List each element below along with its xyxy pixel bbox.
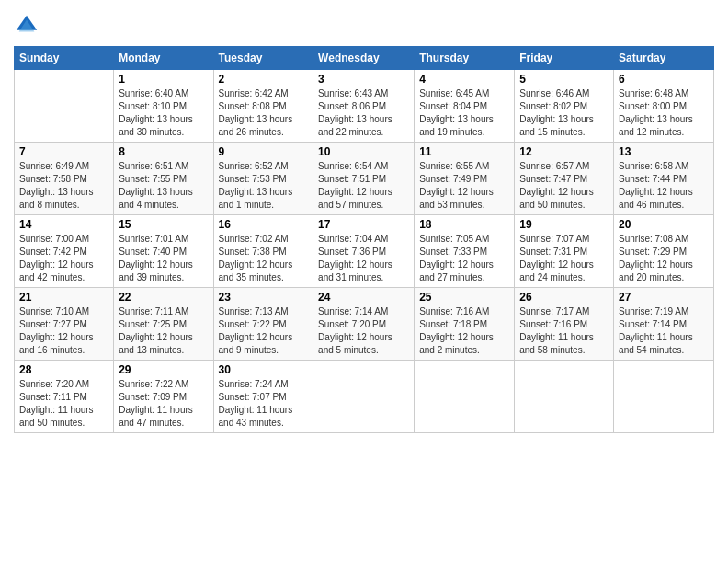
day-info: Sunrise: 7:10 AMSunset: 7:27 PMDaylight:… <box>19 305 108 357</box>
day-info: Sunrise: 7:05 AMSunset: 7:33 PMDaylight:… <box>419 233 509 284</box>
day-number: 6 <box>619 73 709 86</box>
day-number: 13 <box>619 145 709 158</box>
calendar-header-saturday: Saturday <box>614 47 714 70</box>
day-info: Sunrise: 6:58 AMSunset: 7:44 PMDaylight:… <box>619 160 709 212</box>
day-number: 17 <box>318 218 409 231</box>
calendar-cell <box>415 361 515 433</box>
day-number: 3 <box>318 73 409 86</box>
calendar-cell: 25Sunrise: 7:16 AMSunset: 7:18 PMDayligh… <box>415 288 515 361</box>
day-info: Sunrise: 6:51 AMSunset: 7:55 PMDaylight:… <box>119 160 208 212</box>
logo <box>14 13 43 39</box>
calendar-cell: 27Sunrise: 7:19 AMSunset: 7:14 PMDayligh… <box>614 288 714 361</box>
day-number: 14 <box>19 218 108 231</box>
calendar-header-thursday: Thursday <box>415 47 515 70</box>
day-number: 19 <box>519 218 609 231</box>
day-info: Sunrise: 6:40 AMSunset: 8:10 PMDaylight:… <box>119 87 208 139</box>
day-number: 5 <box>519 73 609 86</box>
day-number: 27 <box>619 291 709 304</box>
calendar-table: SundayMondayTuesdayWednesdayThursdayFrid… <box>14 46 714 433</box>
day-info: Sunrise: 7:24 AMSunset: 7:07 PMDaylight:… <box>219 378 309 430</box>
calendar-cell: 16Sunrise: 7:02 AMSunset: 7:38 PMDayligh… <box>213 215 313 288</box>
calendar-cell <box>614 361 714 433</box>
day-number: 1 <box>119 73 208 86</box>
page-container: SundayMondayTuesdayWednesdayThursdayFrid… <box>0 0 728 442</box>
calendar-cell: 13Sunrise: 6:58 AMSunset: 7:44 PMDayligh… <box>614 143 714 215</box>
day-info: Sunrise: 7:20 AMSunset: 7:11 PMDaylight:… <box>19 378 108 430</box>
day-number: 8 <box>119 145 208 158</box>
calendar-header-friday: Friday <box>515 47 614 70</box>
calendar-cell: 11Sunrise: 6:55 AMSunset: 7:49 PMDayligh… <box>415 143 515 215</box>
day-info: Sunrise: 7:14 AMSunset: 7:20 PMDaylight:… <box>318 305 409 357</box>
day-info: Sunrise: 6:57 AMSunset: 7:47 PMDaylight:… <box>519 160 609 212</box>
day-info: Sunrise: 7:08 AMSunset: 7:29 PMDaylight:… <box>619 233 709 284</box>
logo-icon <box>14 13 40 39</box>
day-info: Sunrise: 6:46 AMSunset: 8:02 PMDaylight:… <box>519 87 609 139</box>
day-info: Sunrise: 7:22 AMSunset: 7:09 PMDaylight:… <box>119 378 208 430</box>
calendar-cell: 7Sunrise: 6:49 AMSunset: 7:58 PMDaylight… <box>15 143 114 215</box>
day-info: Sunrise: 7:16 AMSunset: 7:18 PMDaylight:… <box>419 305 509 357</box>
calendar-cell: 24Sunrise: 7:14 AMSunset: 7:20 PMDayligh… <box>313 288 415 361</box>
day-info: Sunrise: 7:04 AMSunset: 7:36 PMDaylight:… <box>318 233 409 284</box>
calendar-week-row: 21Sunrise: 7:10 AMSunset: 7:27 PMDayligh… <box>15 288 714 361</box>
calendar-cell: 10Sunrise: 6:54 AMSunset: 7:51 PMDayligh… <box>313 143 415 215</box>
day-number: 12 <box>519 145 609 158</box>
calendar-cell: 14Sunrise: 7:00 AMSunset: 7:42 PMDayligh… <box>15 215 114 288</box>
calendar-cell <box>15 70 114 143</box>
day-number: 11 <box>419 145 509 158</box>
day-info: Sunrise: 6:55 AMSunset: 7:49 PMDaylight:… <box>419 160 509 212</box>
day-info: Sunrise: 6:43 AMSunset: 8:06 PMDaylight:… <box>318 87 409 139</box>
day-info: Sunrise: 6:45 AMSunset: 8:04 PMDaylight:… <box>419 87 509 139</box>
calendar-cell: 20Sunrise: 7:08 AMSunset: 7:29 PMDayligh… <box>614 215 714 288</box>
day-info: Sunrise: 7:07 AMSunset: 7:31 PMDaylight:… <box>519 233 609 284</box>
day-number: 4 <box>419 73 509 86</box>
day-info: Sunrise: 7:11 AMSunset: 7:25 PMDaylight:… <box>119 305 208 357</box>
calendar-cell: 5Sunrise: 6:46 AMSunset: 8:02 PMDaylight… <box>515 70 614 143</box>
calendar-cell <box>515 361 614 433</box>
calendar-cell: 15Sunrise: 7:01 AMSunset: 7:40 PMDayligh… <box>114 215 213 288</box>
calendar-cell <box>313 361 415 433</box>
calendar-cell: 17Sunrise: 7:04 AMSunset: 7:36 PMDayligh… <box>313 215 415 288</box>
calendar-cell: 3Sunrise: 6:43 AMSunset: 8:06 PMDaylight… <box>313 70 415 143</box>
calendar-week-row: 14Sunrise: 7:00 AMSunset: 7:42 PMDayligh… <box>15 215 714 288</box>
calendar-cell: 26Sunrise: 7:17 AMSunset: 7:16 PMDayligh… <box>515 288 614 361</box>
calendar-cell: 2Sunrise: 6:42 AMSunset: 8:08 PMDaylight… <box>213 70 313 143</box>
day-number: 29 <box>119 363 208 376</box>
day-number: 9 <box>219 145 309 158</box>
calendar-cell: 18Sunrise: 7:05 AMSunset: 7:33 PMDayligh… <box>415 215 515 288</box>
day-info: Sunrise: 6:54 AMSunset: 7:51 PMDaylight:… <box>318 160 409 212</box>
calendar-cell: 12Sunrise: 6:57 AMSunset: 7:47 PMDayligh… <box>515 143 614 215</box>
day-number: 10 <box>318 145 409 158</box>
page-header <box>14 9 714 39</box>
day-info: Sunrise: 7:19 AMSunset: 7:14 PMDaylight:… <box>619 305 709 357</box>
day-number: 28 <box>19 363 108 376</box>
day-info: Sunrise: 7:17 AMSunset: 7:16 PMDaylight:… <box>519 305 609 357</box>
day-number: 21 <box>19 291 108 304</box>
calendar-cell: 29Sunrise: 7:22 AMSunset: 7:09 PMDayligh… <box>114 361 213 433</box>
calendar-header-row: SundayMondayTuesdayWednesdayThursdayFrid… <box>15 47 714 70</box>
day-info: Sunrise: 6:48 AMSunset: 8:00 PMDaylight:… <box>619 87 709 139</box>
calendar-header-monday: Monday <box>114 47 213 70</box>
day-number: 25 <box>419 291 509 304</box>
day-info: Sunrise: 6:49 AMSunset: 7:58 PMDaylight:… <box>19 160 108 212</box>
day-number: 15 <box>119 218 208 231</box>
calendar-cell: 23Sunrise: 7:13 AMSunset: 7:22 PMDayligh… <box>213 288 313 361</box>
day-number: 26 <box>519 291 609 304</box>
day-number: 7 <box>19 145 108 158</box>
calendar-week-row: 1Sunrise: 6:40 AMSunset: 8:10 PMDaylight… <box>15 70 714 143</box>
calendar-header-sunday: Sunday <box>15 47 114 70</box>
calendar-cell: 1Sunrise: 6:40 AMSunset: 8:10 PMDaylight… <box>114 70 213 143</box>
calendar-cell: 19Sunrise: 7:07 AMSunset: 7:31 PMDayligh… <box>515 215 614 288</box>
day-info: Sunrise: 7:01 AMSunset: 7:40 PMDaylight:… <box>119 233 208 284</box>
calendar-header-tuesday: Tuesday <box>213 47 313 70</box>
day-number: 23 <box>219 291 309 304</box>
day-number: 30 <box>219 363 309 376</box>
calendar-header-wednesday: Wednesday <box>313 47 415 70</box>
calendar-cell: 4Sunrise: 6:45 AMSunset: 8:04 PMDaylight… <box>415 70 515 143</box>
day-info: Sunrise: 6:52 AMSunset: 7:53 PMDaylight:… <box>219 160 309 212</box>
calendar-week-row: 7Sunrise: 6:49 AMSunset: 7:58 PMDaylight… <box>15 143 714 215</box>
calendar-week-row: 28Sunrise: 7:20 AMSunset: 7:11 PMDayligh… <box>15 361 714 433</box>
calendar-cell: 28Sunrise: 7:20 AMSunset: 7:11 PMDayligh… <box>15 361 114 433</box>
calendar-cell: 6Sunrise: 6:48 AMSunset: 8:00 PMDaylight… <box>614 70 714 143</box>
day-info: Sunrise: 7:02 AMSunset: 7:38 PMDaylight:… <box>219 233 309 284</box>
day-info: Sunrise: 6:42 AMSunset: 8:08 PMDaylight:… <box>219 87 309 139</box>
